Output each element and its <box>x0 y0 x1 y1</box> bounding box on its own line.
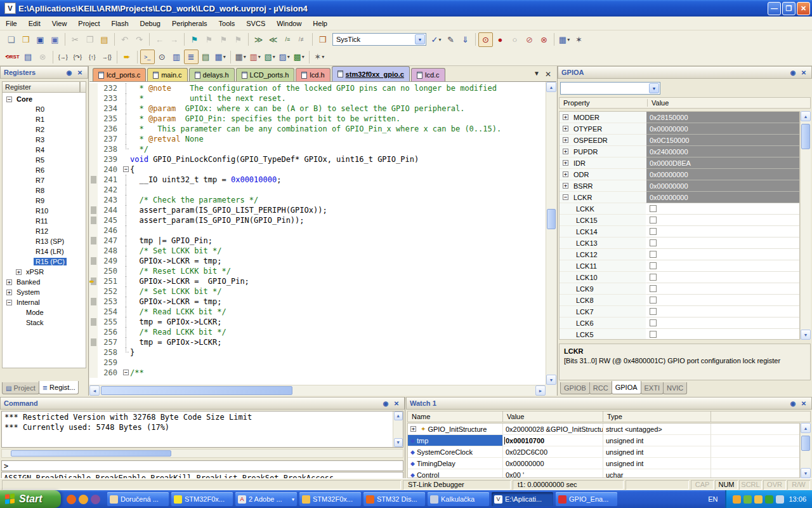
gpioa-row-odr[interactable]: +ODR0x00000000 <box>560 169 799 180</box>
collapse-icon[interactable]: − <box>6 97 12 102</box>
registers-window-button[interactable]: ≣ <box>184 50 199 64</box>
watch-row-control[interactable]: ◆Control0x00 'uchar <box>408 469 799 478</box>
checkbox-unchecked[interactable] <box>650 205 657 212</box>
code-line-245[interactable]: 245 assert_param(IS_GPIO_PIN(GPIO_Pin)); <box>89 215 546 225</box>
scroll-up-icon[interactable]: ▲ <box>801 111 811 121</box>
menu-help[interactable]: Help <box>307 18 333 29</box>
property-value[interactable]: 0x0000D8EA <box>646 157 799 169</box>
gpioa-filter-combo[interactable]: ▼ <box>560 82 660 95</box>
media-quicklaunch-icon[interactable] <box>91 495 100 504</box>
toolbox-button[interactable]: ✶▾ <box>312 50 327 64</box>
run-to-line-button[interactable]: →{} <box>100 50 114 64</box>
scroll-up-icon[interactable]: ▲ <box>801 423 811 433</box>
close-panel-icon[interactable]: ✕ <box>392 399 401 408</box>
register-row-r6[interactable]: R6 <box>3 165 86 175</box>
breakpoint-margin[interactable] <box>89 236 98 246</box>
property-column-header[interactable]: Property <box>560 99 647 107</box>
scroll-down-icon[interactable]: ▼ <box>801 468 811 478</box>
code-line-253[interactable]: 253 GPIOx->LCKR = tmp; <box>89 297 546 307</box>
expand-icon[interactable]: + <box>410 426 416 432</box>
menu-edit[interactable]: Edit <box>23 18 46 29</box>
checkbox-unchecked[interactable] <box>650 308 657 315</box>
code-line-259[interactable]: 259 <box>89 358 546 368</box>
collapse-icon[interactable]: − <box>6 300 12 305</box>
command-scrollbar[interactable]: ▲ ▼ <box>393 411 403 447</box>
register-row-stack[interactable]: Stack <box>3 318 86 328</box>
gpioa-bit-lck14[interactable]: LCK14 <box>560 226 799 237</box>
code-line-250[interactable]: 250 /* Reset LCKK bit */ <box>89 266 546 276</box>
property-value[interactable]: 0x00000000 <box>646 192 799 203</box>
register-row-r1[interactable]: R1 <box>3 114 86 124</box>
watch-windows-button[interactable]: ▦▾ <box>213 50 228 64</box>
save-button[interactable]: ▣ <box>33 32 48 47</box>
uncomment-button[interactable]: /≢ <box>295 32 310 47</box>
register-row-r7[interactable]: R7 <box>3 175 86 185</box>
type-column-header[interactable]: Type <box>603 411 711 422</box>
save-all-button[interactable]: ▣ <box>48 32 62 47</box>
tray-favorites-icon[interactable] <box>754 495 763 504</box>
menu-window[interactable]: Window <box>271 18 307 29</box>
expand-icon[interactable]: + <box>16 269 22 275</box>
code-line-235[interactable]: 235 * @param GPIO_Pin: specifies the por… <box>89 114 546 124</box>
navigate-back-button[interactable]: ← <box>152 32 167 47</box>
gpioa-row-otyper[interactable]: +OTYPER0x00000000 <box>560 123 799 135</box>
watch-scrollbar[interactable]: ▲ ▼ <box>800 423 811 478</box>
start-button[interactable]: Start <box>0 490 61 508</box>
paste-button[interactable]: ▤ <box>97 32 112 47</box>
window-layout-button[interactable]: ▦▾ <box>557 32 572 47</box>
checkbox-unchecked[interactable] <box>650 274 657 281</box>
pin-icon[interactable]: ◉ <box>789 68 797 77</box>
command-input[interactable]: > <box>1 460 403 471</box>
disassembly-window-button[interactable]: ⊙ <box>155 50 169 64</box>
breakpoint-margin[interactable] <box>89 93 98 104</box>
symbol-window-button[interactable]: ▥ <box>169 50 184 64</box>
find-in-files-button[interactable]: ⊙ <box>478 32 493 47</box>
close-button[interactable]: ✕ <box>797 2 810 15</box>
tray-network-icon[interactable] <box>743 495 752 504</box>
breakpoint-margin[interactable] <box>89 327 98 337</box>
menu-flash[interactable]: Flash <box>106 18 134 29</box>
code-line-240[interactable]: 240−{ <box>89 164 546 175</box>
code-line-254[interactable]: 254 /* Read LCKK bit */ <box>89 307 546 317</box>
bookmark-toggle-button[interactable]: ⚑ <box>187 32 202 47</box>
fold-collapse-icon[interactable]: − <box>123 370 129 375</box>
expand-icon[interactable]: + <box>563 137 568 143</box>
chevron-down-icon[interactable]: ▼ <box>415 34 425 44</box>
watch-name[interactable]: ◆TimingDelay <box>408 458 503 469</box>
breakpoint-margin[interactable] <box>89 215 98 225</box>
undo-button[interactable]: ↶ <box>117 32 132 47</box>
tab-nvic[interactable]: NVIC <box>663 382 687 394</box>
gpioa-bit-lck11[interactable]: LCK11 <box>560 260 799 272</box>
navigate-forward-button[interactable]: → <box>167 32 181 47</box>
fold-collapse-icon[interactable]: − <box>123 166 129 172</box>
editor-tab-lcd-ports-c[interactable]: lcd_ports.c <box>93 68 146 81</box>
checkbox-unchecked[interactable] <box>650 262 657 269</box>
watch-value[interactable]: 0x00010700 <box>503 435 603 446</box>
reset-cpu-button[interactable]: ⟲RST <box>4 50 21 64</box>
code-area[interactable]: 232 * @note The configuration of the loc… <box>89 82 546 385</box>
checkbox-unchecked[interactable] <box>650 239 657 246</box>
menu-project[interactable]: Project <box>72 18 105 29</box>
checkbox-unchecked[interactable] <box>650 251 657 258</box>
minimize-button[interactable]: — <box>768 2 781 15</box>
insert-breakpoint-button[interactable]: ● <box>493 32 508 47</box>
task-e-aplicati-[interactable]: VE:\Aplicati... <box>492 492 553 506</box>
code-line-244[interactable]: 244 assert_param(IS_GPIO_LIST_PERIPH(GPI… <box>89 205 546 215</box>
analysis-windows-button[interactable]: ▧▾ <box>263 50 277 64</box>
gpioa-bit-lck10[interactable]: LCK10 <box>560 272 799 283</box>
checkbox-unchecked[interactable] <box>650 217 657 224</box>
scroll-down-icon[interactable]: ▼ <box>394 438 403 447</box>
edit-document-button[interactable]: ✎ <box>443 32 458 47</box>
breakpoint-margin[interactable] <box>89 368 98 378</box>
breakpoint-margin[interactable] <box>89 317 98 327</box>
step-out-button[interactable]: {↑} <box>85 50 100 64</box>
code-line-232[interactable]: 232 * @note The configuration of the loc… <box>89 83 546 93</box>
run-button[interactable]: ▤ <box>21 50 36 64</box>
code-line-256[interactable]: 256 /* Read LCKK bit */ <box>89 327 546 337</box>
breakpoint-margin[interactable] <box>89 246 98 256</box>
gpioa-row-idr[interactable]: +IDR0x0000D8EA <box>560 157 799 169</box>
checkbox-unchecked[interactable] <box>650 319 657 326</box>
code-line-247[interactable]: 247 tmp |= GPIO_Pin; <box>89 236 546 246</box>
code-line-257[interactable]: 257 tmp = GPIOx->LCKR; <box>89 337 546 347</box>
close-panel-icon[interactable]: ✕ <box>799 68 808 77</box>
